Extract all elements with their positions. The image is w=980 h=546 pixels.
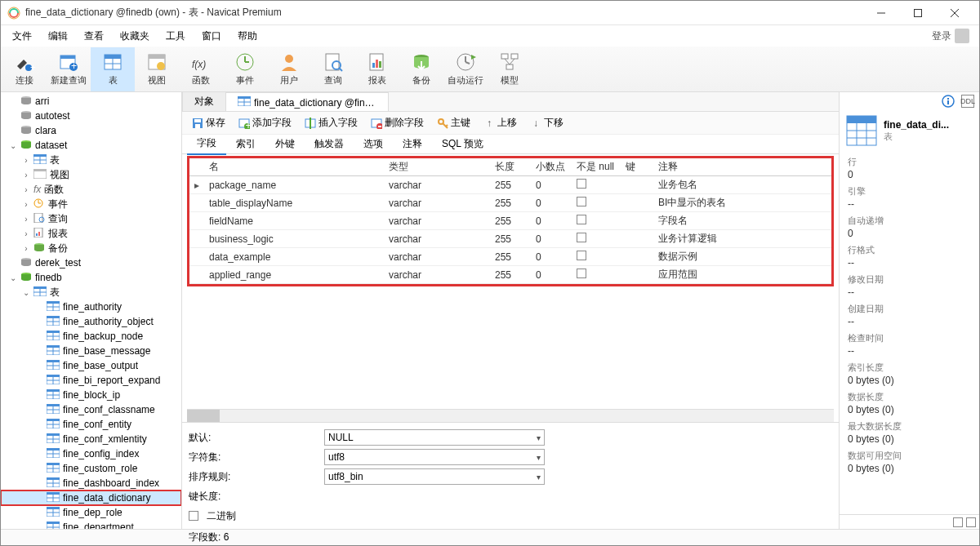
tree-node-事件[interactable]: ›事件 (1, 197, 181, 211)
svg-point-17 (157, 62, 165, 70)
tab-对象[interactable]: 对象 (182, 92, 226, 111)
tree-node-dataset[interactable]: ⌄dataset (1, 138, 181, 153)
tree-node-fine_config_index[interactable]: fine_config_index (1, 446, 181, 461)
tree-node-fine_dashboard_index[interactable]: fine_dashboard_index (1, 476, 181, 491)
tree-node-fine_backup_node[interactable]: fine_backup_node (1, 329, 181, 344)
fields-grid[interactable]: 名类型长度小数点不是 null键注释 ▸package_namevarchar2… (189, 158, 831, 284)
field-row-data_example[interactable]: data_examplevarchar2550数据示例 (189, 248, 831, 266)
menu-窗口[interactable]: 窗口 (194, 26, 229, 47)
close-button[interactable] (936, 2, 973, 24)
toolbar-autorun-button[interactable]: 自动运行 (443, 47, 488, 91)
menu-帮助[interactable]: 帮助 (229, 26, 265, 47)
col-小数点[interactable]: 小数点 (531, 158, 572, 176)
col-类型[interactable]: 类型 (384, 158, 490, 176)
tree-node-表[interactable]: ›表 (1, 153, 181, 167)
tree-node-clara[interactable]: clara (1, 123, 181, 138)
tree-node-fine_department[interactable]: fine_department (1, 520, 181, 529)
panel-toggle-2[interactable] (966, 517, 976, 527)
menu-工具[interactable]: 工具 (158, 26, 194, 47)
tree-node-报表[interactable]: ›报表 (1, 226, 181, 241)
ddl-icon[interactable]: DDL (961, 95, 974, 108)
action-save-button[interactable]: 保存 (187, 114, 230, 131)
subtab-SQL 预览[interactable]: SQL 预览 (432, 134, 493, 154)
tree-node-fine_conf_xmlentity[interactable]: fine_conf_xmlentity (1, 432, 181, 446)
subtab-外键[interactable]: 外键 (265, 134, 305, 154)
prop-索引长度: 索引长度0 bytes (0) (848, 362, 971, 386)
toolbar-report-button[interactable]: 报表 (355, 47, 399, 91)
toolbar-newquery-button[interactable]: +新建查询 (47, 47, 91, 91)
subtab-索引[interactable]: 索引 (226, 134, 265, 154)
toolbar-view-button[interactable]: 视图 (135, 47, 179, 91)
tree-node-表[interactable]: ⌄表 (1, 285, 181, 300)
maximize-button[interactable] (899, 2, 936, 24)
toolbar-function-button[interactable]: f(x)函数 (179, 47, 223, 91)
svg-rect-98 (47, 419, 60, 421)
field-row-table_displayName[interactable]: table_displayNamevarchar2550BI中显示的表名 (189, 194, 831, 212)
charset-select[interactable]: utf8▾ (324, 449, 545, 465)
action-addfield-button[interactable]: +添加字段 (234, 114, 296, 131)
object-tree[interactable]: arriautotestclara⌄dataset›表›视图›fx函数›事件›查… (1, 92, 182, 529)
tree-node-fine_dep_role[interactable]: fine_dep_role (1, 505, 181, 520)
tree-node-函数[interactable]: ›fx函数 (1, 182, 181, 197)
menu-查看[interactable]: 查看 (76, 26, 112, 47)
tree-node-fine_conf_classname[interactable]: fine_conf_classname (1, 402, 181, 417)
col-名[interactable]: 名 (204, 158, 384, 176)
tree-node-fine_bi_report_expand[interactable]: fine_bi_report_expand (1, 373, 181, 388)
action-insertfield-button[interactable]: 插入字段 (300, 114, 363, 131)
panel-toggle-1[interactable] (953, 517, 963, 527)
action-delfield-button[interactable]: 删除字段 (366, 114, 429, 131)
col-注释[interactable]: 注释 (653, 158, 831, 176)
tree-node-autotest[interactable]: autotest (1, 109, 181, 123)
field-row-fieldName[interactable]: fieldNamevarchar2550字段名 (189, 212, 831, 230)
menu-收藏夹[interactable]: 收藏夹 (112, 26, 158, 47)
col-键[interactable]: 键 (621, 158, 653, 176)
menu-编辑[interactable]: 编辑 (40, 26, 76, 47)
field-row-business_logic[interactable]: business_logicvarchar2550业务计算逻辑 (189, 230, 831, 248)
default-select[interactable]: NULL▾ (324, 429, 545, 446)
login-link[interactable]: 登录 (925, 25, 976, 47)
field-row-package_name[interactable]: ▸package_namevarchar2550业务包名 (189, 176, 831, 194)
col-长度[interactable]: 长度 (490, 158, 531, 176)
tree-node-查询[interactable]: ›查询 (1, 211, 181, 226)
toolbar-user-button[interactable]: 用户 (267, 47, 311, 91)
minimize-button[interactable] (862, 2, 899, 24)
subtab-注释[interactable]: 注释 (393, 134, 432, 154)
toolbar-connect-button[interactable]: +连接 (2, 47, 47, 91)
tree-node-fine_authority_object[interactable]: fine_authority_object (1, 314, 181, 329)
pk-icon (437, 118, 448, 129)
tree-node-arri[interactable]: arri (1, 94, 181, 109)
info-icon[interactable] (942, 95, 955, 108)
tree-node-fine_conf_entity[interactable]: fine_conf_entity (1, 417, 181, 432)
toolbar-query-button[interactable]: 查询 (311, 47, 355, 91)
subtab-触发器[interactable]: 触发器 (305, 134, 354, 154)
tree-node-fine_block_ip[interactable]: fine_block_ip (1, 388, 181, 402)
tree-node-finedb[interactable]: ⌄finedb (1, 270, 181, 285)
toolbar-table-button[interactable]: 表 (91, 47, 135, 91)
tree-node-视图[interactable]: ›视图 (1, 167, 181, 182)
action-down-button[interactable]: ↓下移 (525, 114, 568, 131)
toolbar-model-button[interactable]: 模型 (488, 47, 532, 91)
grid-hscrollbar[interactable] (187, 409, 834, 422)
toolbar-event-button[interactable]: 事件 (223, 47, 267, 91)
subtab-字段[interactable]: 字段 (187, 133, 226, 155)
tree-node-fine_base_output[interactable]: fine_base_output (1, 358, 181, 373)
tree-node-备份[interactable]: ›备份 (1, 241, 181, 255)
col-不是 null[interactable]: 不是 null (572, 158, 621, 176)
collation-select[interactable]: utf8_bin▾ (324, 468, 545, 485)
tree-node-fine_data_dictionary[interactable]: fine_data_dictionary (1, 491, 181, 505)
subtab-选项[interactable]: 选项 (354, 134, 393, 154)
tree-node-fine_base_message[interactable]: fine_base_message (1, 344, 181, 358)
action-up-button[interactable]: ↑上移 (479, 114, 522, 131)
menu-文件[interactable]: 文件 (4, 26, 40, 47)
tab-fine_data_dictionary @fine...[interactable]: fine_data_dictionary @fine... (225, 92, 389, 111)
tbl-icon (47, 389, 60, 402)
action-pk-button[interactable]: 主键 (432, 114, 475, 131)
tree-node-derek_test[interactable]: derek_test (1, 255, 181, 270)
tree-node-fine_custom_role[interactable]: fine_custom_role (1, 461, 181, 476)
tree-node-fine_authority[interactable]: fine_authority (1, 300, 181, 314)
toolbar-backup-button[interactable]: 备份 (399, 47, 443, 91)
binary-checkbox[interactable] (189, 511, 198, 521)
svg-rect-82 (47, 360, 60, 362)
field-row-applied_range[interactable]: applied_rangevarchar2550应用范围 (189, 266, 831, 284)
svg-line-25 (339, 68, 342, 71)
